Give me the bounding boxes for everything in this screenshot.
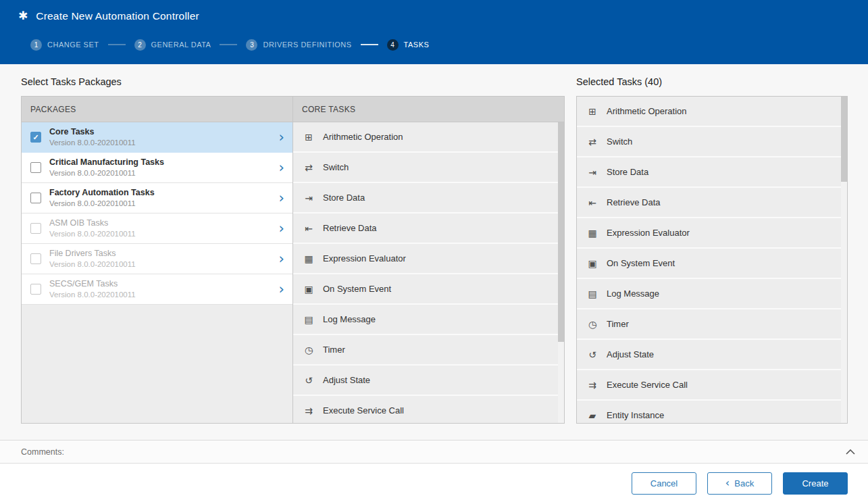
task-label: Timer	[323, 345, 345, 355]
chevron-up-icon[interactable]	[846, 449, 855, 455]
task-row[interactable]: ⇤ Retrieve Data	[293, 214, 564, 244]
task-label: Store Data	[607, 167, 648, 177]
task-row[interactable]: ▰ Entity Instance	[577, 401, 847, 424]
task-row[interactable]: ▣ On System Event	[293, 274, 564, 305]
package-name: Factory Automation Tasks	[49, 187, 274, 198]
task-row[interactable]: ▦ Expression Evaluator	[577, 218, 847, 249]
chevron-right-icon[interactable]: ›	[279, 161, 284, 175]
task-row[interactable]: ▦ Expression Evaluator	[293, 244, 564, 274]
chevron-right-icon[interactable]: ›	[279, 282, 284, 297]
packages-panel-title: Select Tasks Packages	[21, 76, 565, 90]
task-row[interactable]: ▤ Log Message	[293, 305, 564, 335]
task-row[interactable]: ⊞ Arithmetic Operation	[293, 122, 564, 153]
package-version: Version 8.0.0-202010011	[49, 168, 274, 178]
wizard-step-tasks: 4 TASKS	[352, 39, 430, 51]
retrieve-data-icon: ⇤	[303, 223, 315, 234]
package-text: ASM OIB Tasks Version 8.0.0-202010011	[49, 218, 274, 239]
create-button[interactable]: Create	[783, 472, 848, 495]
package-version: Version 8.0.0-202010011	[49, 290, 274, 300]
switch-icon: ⇄	[303, 162, 315, 173]
execute-service-call-icon: ⇉	[586, 380, 598, 391]
task-row[interactable]: ⇄ Switch	[577, 127, 847, 157]
footer: Cancel ‹ Back Create	[0, 464, 868, 502]
task-row[interactable]: ⇉ Execute Service Call	[293, 396, 564, 423]
task-row[interactable]: ▤ Log Message	[577, 279, 847, 309]
package-row[interactable]: Core Tasks Version 8.0.0-202010011 ›	[22, 122, 292, 153]
chevron-right-icon[interactable]: ›	[279, 222, 284, 236]
wizard-step-change-set: 1 CHANGE SET	[30, 39, 99, 51]
package-row[interactable]: Factory Automation Tasks Version 8.0.0-2…	[22, 183, 292, 214]
task-row[interactable]: ⊞ Arithmetic Operation	[577, 97, 847, 127]
package-checkbox[interactable]	[30, 253, 41, 264]
task-label: Expression Evaluator	[323, 253, 406, 263]
task-label: Retrieve Data	[323, 223, 376, 233]
chevron-right-icon[interactable]: ›	[279, 252, 284, 266]
task-row[interactable]: ⇉ Execute Service Call	[577, 370, 847, 401]
create-button-label: Create	[802, 478, 828, 488]
package-text: SECS/GEM Tasks Version 8.0.0-202010011	[49, 278, 274, 299]
task-label: Timer	[607, 319, 629, 329]
adjust-state-icon: ↺	[303, 375, 315, 386]
content: Select Tasks Packages PACKAGES CORE TASK…	[0, 64, 868, 424]
selected-tasks-scrollbar[interactable]	[841, 97, 847, 423]
chevron-right-icon[interactable]: ›	[279, 191, 284, 205]
task-label: Arithmetic Operation	[607, 106, 687, 116]
package-checkbox[interactable]	[30, 132, 41, 143]
comments-bar[interactable]: Comments:	[0, 440, 868, 463]
step-number: 4	[387, 39, 399, 51]
step-label: TASKS	[404, 41, 430, 49]
package-checkbox[interactable]	[30, 193, 41, 203]
task-label: On System Event	[607, 258, 675, 268]
back-button[interactable]: ‹ Back	[707, 472, 772, 495]
task-row[interactable]: ⇥ Store Data	[293, 183, 564, 214]
task-row[interactable]: ⇥ Store Data	[577, 157, 847, 188]
create-automation-controller-dialog: ✱ Create New Automation Controller 1 CHA…	[0, 0, 868, 502]
package-row[interactable]: SECS/GEM Tasks Version 8.0.0-202010011 ›	[22, 274, 292, 305]
on-system-event-icon: ▣	[303, 284, 315, 295]
task-label: Execute Service Call	[323, 405, 404, 416]
package-row[interactable]: File Drivers Tasks Version 8.0.0-2020100…	[22, 244, 292, 274]
core-tasks-scrollbar-thumb[interactable]	[558, 122, 564, 342]
task-row[interactable]: ↺ Adjust State	[293, 366, 564, 396]
table-header: PACKAGES CORE TASKS	[22, 97, 564, 122]
package-checkbox[interactable]	[30, 162, 41, 173]
task-row[interactable]: ◷ Timer	[293, 335, 564, 366]
chevron-right-icon[interactable]: ›	[279, 130, 284, 145]
task-row[interactable]: ↺ Adjust State	[577, 340, 847, 370]
step-label: CHANGE SET	[47, 41, 99, 49]
log-message-icon: ▤	[586, 288, 598, 299]
task-row[interactable]: ◷ Timer	[577, 309, 847, 340]
task-row[interactable]: ⇄ Switch	[293, 153, 564, 183]
execute-service-call-icon: ⇉	[303, 405, 315, 416]
package-row[interactable]: ASM OIB Tasks Version 8.0.0-202010011 ›	[22, 214, 292, 244]
package-text: Critical Manufacturing Tasks Version 8.0…	[49, 157, 274, 178]
timer-icon: ◷	[303, 345, 315, 355]
package-checkbox[interactable]	[30, 284, 41, 295]
store-data-icon: ⇥	[303, 193, 315, 203]
column-header-core-tasks: CORE TASKS	[293, 97, 564, 122]
selected-tasks-scrollbar-thumb[interactable]	[841, 97, 847, 182]
step-connector	[220, 44, 237, 45]
task-label: Switch	[323, 162, 349, 172]
core-tasks-scrollbar[interactable]	[558, 122, 564, 423]
task-row[interactable]: ▣ On System Event	[577, 249, 847, 279]
task-label: Retrieve Data	[607, 197, 660, 207]
task-label: Store Data	[323, 193, 365, 203]
package-name: Critical Manufacturing Tasks	[49, 157, 274, 168]
on-system-event-icon: ▣	[586, 258, 598, 269]
task-row[interactable]: ⇤ Retrieve Data	[577, 188, 847, 218]
column-header-packages: PACKAGES	[22, 97, 293, 122]
package-row[interactable]: Critical Manufacturing Tasks Version 8.0…	[22, 153, 292, 183]
table-body: Core Tasks Version 8.0.0-202010011 › Cri…	[22, 122, 564, 423]
cancel-button-label: Cancel	[650, 478, 678, 488]
package-version: Version 8.0.0-202010011	[49, 229, 274, 239]
step-number: 2	[134, 39, 146, 51]
packages-panel: Select Tasks Packages PACKAGES CORE TASK…	[21, 76, 565, 424]
cancel-button[interactable]: Cancel	[632, 472, 696, 495]
task-label: Arithmetic Operation	[323, 132, 403, 142]
step-label: GENERAL DATA	[151, 41, 211, 49]
asterisk-icon: ✱	[18, 10, 28, 22]
comments-label: Comments:	[21, 447, 64, 457]
package-checkbox[interactable]	[30, 223, 41, 234]
task-label: Entity Instance	[607, 410, 664, 420]
